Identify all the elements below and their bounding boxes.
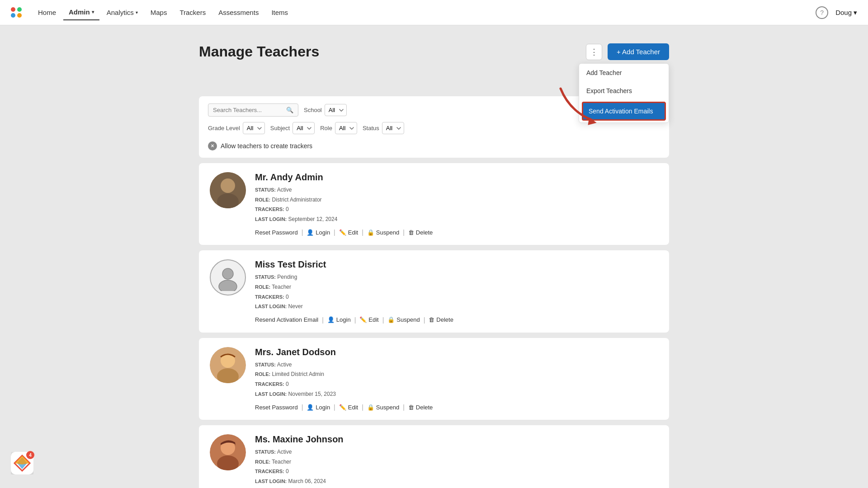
- nav-maps[interactable]: Maps: [145, 5, 173, 20]
- edit-icon: ✏️: [339, 404, 346, 411]
- nav-assessments[interactable]: Assessments: [213, 5, 264, 20]
- search-input[interactable]: [213, 107, 286, 113]
- dropdown-add-teacher[interactable]: Add Teacher: [579, 64, 669, 82]
- grade-filter: Grade Level All: [208, 122, 265, 134]
- teacher-name: Mrs. Janet Dodson: [255, 347, 658, 357]
- nav-admin[interactable]: Admin ▾: [63, 5, 99, 20]
- teacher-info: Ms. Maxine Johnson STATUS: Active ROLE: …: [255, 434, 658, 488]
- teacher-actions: Reset Password | 👤 Login | ✏️ Edit | 🔒 S…: [255, 404, 658, 411]
- dropdown-menu: Add Teacher Export Teachers Send Activat…: [579, 63, 669, 123]
- filter-row-2: Grade Level All Subject All Role All Sta…: [208, 122, 660, 134]
- subject-select[interactable]: All: [292, 122, 315, 134]
- table-row: Mr. Andy Admin STATUS: Active ROLE: Dist…: [199, 163, 669, 245]
- status-select[interactable]: All: [382, 122, 404, 134]
- teacher-info: Mr. Andy Admin STATUS: Active ROLE: Dist…: [255, 172, 658, 236]
- teacher-actions: Reset Password | 👤 Login | ✏️ Edit | 🔒 S…: [255, 229, 658, 236]
- avatar: [210, 259, 246, 296]
- search-icon: 🔍: [286, 107, 293, 113]
- delete-link[interactable]: 🗑 Delete: [408, 404, 433, 411]
- teacher-name: Ms. Maxine Johnson: [255, 434, 658, 445]
- header-actions: ⋮ + Add Teacher Add Teacher Export Teach…: [586, 43, 669, 60]
- teacher-info: Mrs. Janet Dodson STATUS: Active ROLE: L…: [255, 347, 658, 411]
- user-chevron-icon: ▾: [854, 9, 857, 17]
- teacher-meta: STATUS: Active ROLE: District Administra…: [255, 185, 658, 224]
- login-link[interactable]: 👤 Login: [307, 229, 330, 236]
- teacher-meta: STATUS: Active ROLE: Limited District Ad…: [255, 360, 658, 399]
- tracker-option: × Allow teachers to create trackers: [208, 140, 660, 150]
- suspend-link[interactable]: 🔒 Suspend: [367, 229, 399, 236]
- suspend-icon: 🔒: [367, 229, 374, 236]
- admin-chevron-icon: ▾: [92, 9, 94, 14]
- avatar: [210, 347, 246, 383]
- svg-point-2: [221, 178, 235, 193]
- login-icon: 👤: [307, 404, 314, 411]
- suspend-icon: 🔒: [387, 316, 395, 323]
- page-title: Manage Teachers: [199, 43, 319, 60]
- teacher-info: Miss Test Disrict STATUS: Pending ROLE: …: [255, 259, 658, 323]
- tracker-label: Allow teachers to create trackers: [221, 142, 312, 150]
- status-filter: Status All: [363, 122, 404, 134]
- teacher-actions: Resend Activation Email | 👤 Login | ✏️ E…: [255, 316, 658, 324]
- navbar: Home Admin ▾ Analytics ▾ Maps Trackers A…: [0, 0, 868, 25]
- edit-link[interactable]: ✏️ Edit: [339, 229, 358, 236]
- nav-items: Home Admin ▾ Analytics ▾ Maps Trackers A…: [33, 5, 816, 20]
- add-teacher-button[interactable]: + Add Teacher: [608, 43, 669, 60]
- login-link[interactable]: 👤 Login: [307, 404, 330, 411]
- page-header: Manage Teachers ⋮ + Add Teacher Add Teac…: [199, 43, 669, 60]
- grade-select[interactable]: All: [243, 122, 265, 134]
- more-options-button[interactable]: ⋮: [586, 44, 602, 60]
- app-logo[interactable]: [11, 7, 22, 18]
- suspend-link[interactable]: 🔒 Suspend: [367, 404, 399, 411]
- teacher-name: Mr. Andy Admin: [255, 172, 658, 183]
- tracker-close-button[interactable]: ×: [208, 141, 217, 150]
- edit-icon: ✏️: [359, 316, 367, 323]
- role-select[interactable]: All: [335, 122, 357, 134]
- edit-link[interactable]: ✏️ Edit: [339, 404, 358, 411]
- nav-home[interactable]: Home: [33, 5, 61, 20]
- role-label: Role: [320, 125, 332, 131]
- school-select[interactable]: All: [325, 104, 347, 116]
- login-link[interactable]: 👤 Login: [327, 316, 351, 323]
- nav-right: ? Doug ▾: [816, 6, 857, 19]
- teacher-name: Miss Test Disrict: [255, 259, 658, 270]
- role-filter: Role All: [320, 122, 357, 134]
- delete-icon: 🗑: [408, 404, 414, 411]
- grade-label: Grade Level: [208, 125, 240, 131]
- dropdown-export-teachers[interactable]: Export Teachers: [579, 82, 669, 100]
- resend-activation-link[interactable]: Resend Activation Email: [255, 316, 318, 323]
- nav-analytics[interactable]: Analytics ▾: [101, 5, 143, 20]
- table-row: Mrs. Janet Dodson STATUS: Active ROLE: L…: [199, 338, 669, 420]
- school-label: School: [304, 107, 322, 113]
- dropdown-send-activation[interactable]: Send Activation Emails: [582, 102, 666, 121]
- avatar: [210, 172, 246, 208]
- delete-icon: 🗑: [408, 229, 414, 236]
- table-row: Miss Test Disrict STATUS: Pending ROLE: …: [199, 250, 669, 332]
- main-content: Manage Teachers ⋮ + Add Teacher Add Teac…: [163, 25, 705, 488]
- analytics-chevron-icon: ▾: [136, 10, 138, 15]
- user-name: Doug: [835, 9, 852, 16]
- subject-filter: Subject All: [270, 122, 315, 134]
- nav-items[interactable]: Items: [266, 5, 293, 20]
- nav-trackers[interactable]: Trackers: [174, 5, 211, 20]
- notification-badge[interactable]: 4: [11, 452, 36, 477]
- teacher-meta: STATUS: Pending ROLE: Teacher TRACKERS: …: [255, 272, 658, 311]
- suspend-link[interactable]: 🔒 Suspend: [387, 316, 420, 323]
- reset-password-link[interactable]: Reset Password: [255, 229, 298, 236]
- delete-icon: 🗑: [429, 316, 434, 323]
- table-row: Ms. Maxine Johnson STATUS: Active ROLE: …: [199, 425, 669, 488]
- avatar: [210, 434, 246, 470]
- delete-link[interactable]: 🗑 Delete: [408, 229, 433, 236]
- help-button[interactable]: ?: [816, 6, 828, 19]
- suspend-icon: 🔒: [367, 404, 374, 411]
- status-label: Status: [363, 125, 379, 131]
- edit-link[interactable]: ✏️ Edit: [359, 316, 378, 323]
- svg-point-4: [222, 268, 233, 279]
- login-icon: 👤: [327, 316, 335, 323]
- teacher-list: Mr. Andy Admin STATUS: Active ROLE: Dist…: [199, 163, 669, 488]
- school-filter: School All: [304, 104, 347, 116]
- search-field[interactable]: 🔍: [208, 103, 298, 117]
- edit-icon: ✏️: [339, 229, 346, 236]
- reset-password-link[interactable]: Reset Password: [255, 404, 298, 411]
- user-menu[interactable]: Doug ▾: [835, 9, 857, 17]
- delete-link[interactable]: 🗑 Delete: [429, 316, 453, 323]
